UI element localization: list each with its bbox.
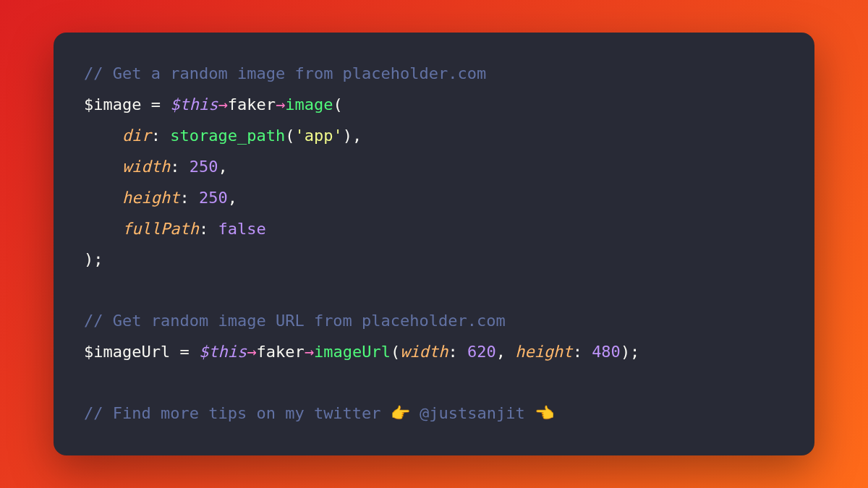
paren-close: ), (343, 127, 362, 145)
colon-separator: : (573, 343, 592, 361)
code-line-comment: // Get a random image from placeholder.c… (84, 59, 784, 90)
code-line: width: 250, (84, 152, 784, 183)
property-name: faker (256, 343, 304, 361)
code-line-comment: // Find more tips on my twitter 👉 @justs… (84, 398, 784, 429)
colon-separator: : (448, 343, 467, 361)
number-literal: 620 (467, 343, 496, 361)
this-keyword: $this (170, 95, 218, 114)
pointing-right-icon: 👉 (391, 404, 410, 422)
colon-separator: : (170, 158, 190, 176)
arrow-operator: → (218, 95, 227, 114)
code-line: $imageUrl = $this→faker→imageUrl(width: … (84, 337, 784, 368)
this-keyword: $this (199, 343, 247, 361)
comment-text: // Get a random image from placeholder.c… (84, 64, 486, 82)
code-snippet-card: // Get a random image from placeholder.c… (54, 33, 814, 455)
comma: , (496, 343, 516, 361)
blank-line (84, 275, 784, 306)
function-call: storage_path (170, 127, 285, 145)
code-line: fullPath: false (84, 214, 784, 245)
comment-text: // Find more tips on my twitter (84, 404, 391, 422)
arrow-operator: → (276, 95, 285, 114)
colon-separator: : (151, 127, 171, 145)
comment-text: // Get random image URL from placeholder… (84, 312, 506, 330)
code-line: $image = $this→faker→image( (84, 90, 784, 121)
number-literal: 480 (592, 343, 621, 361)
twitter-handle: @justsanjit (410, 404, 535, 422)
boolean-literal: false (218, 220, 265, 238)
code-line: ); (84, 244, 784, 275)
named-param: height (515, 343, 572, 361)
code-line: height: 250, (84, 183, 784, 214)
comma: , (218, 158, 227, 176)
blank-line (84, 368, 784, 398)
named-param: height (122, 189, 179, 207)
paren-close: ); (84, 250, 103, 268)
code-line: dir: storage_path('app'), (84, 121, 784, 152)
named-param: width (400, 343, 448, 361)
named-param: width (122, 158, 170, 176)
pointing-left-icon: 👈 (535, 404, 554, 422)
colon-separator: : (199, 220, 218, 238)
variable-name: $image (84, 95, 141, 114)
colon-separator: : (179, 189, 199, 207)
number-literal: 250 (199, 189, 228, 207)
arrow-operator: → (247, 343, 256, 361)
arrow-operator: → (305, 343, 314, 361)
number-literal: 250 (190, 158, 218, 176)
operator: = (170, 343, 199, 361)
string-literal: 'app' (294, 127, 342, 145)
method-name: image (285, 95, 333, 114)
paren-open: ( (285, 127, 294, 145)
named-param: fullPath (122, 220, 199, 238)
operator: = (141, 95, 170, 114)
paren-close: ); (621, 343, 640, 361)
code-line-comment: // Get random image URL from placeholder… (84, 306, 784, 337)
method-name: imageUrl (314, 343, 391, 361)
property-name: faker (228, 95, 276, 114)
comma: , (228, 189, 237, 207)
paren-open: ( (391, 343, 400, 361)
paren-open: ( (333, 95, 342, 114)
named-param: dir (122, 127, 151, 145)
variable-name: $imageUrl (84, 343, 170, 361)
